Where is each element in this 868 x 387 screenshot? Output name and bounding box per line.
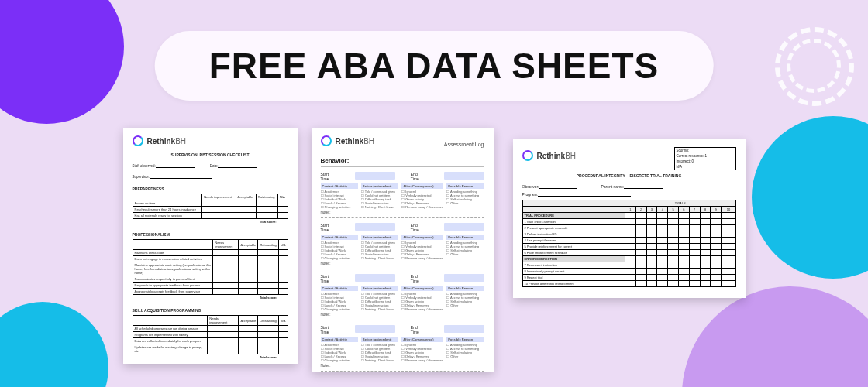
logo-text: RethinkBH — [147, 137, 187, 146]
sheet-assessment-log: RethinkBH Assessment Log Behavior: Start… — [312, 128, 494, 372]
decor-dashed-rings — [775, 27, 845, 97]
logo: RethinkBH — [133, 135, 288, 146]
program-label: Program: — [522, 192, 539, 197]
logo-icon — [522, 150, 533, 161]
sheet-a-sections: PREPAREDNESSNeeds improvementAcceptableO… — [133, 187, 288, 360]
parent-label: Parent name: — [601, 184, 624, 189]
assessment-label: Assessment Log — [444, 142, 484, 147]
sheet-a-heading: SUPERVISION: RBT SESSION CHECKLIST — [133, 152, 288, 157]
scoring-box: Scoring: Correct response: 1 Incorrect: … — [674, 147, 736, 170]
sheet-c-heading: PROCEDURAL INTEGRITY – DISCRETE TRIAL TR… — [522, 173, 736, 178]
sheet-c-body: TRIAL PROCEDURE1 Gain child's attention2… — [522, 213, 735, 287]
logo: RethinkBH — [522, 147, 577, 164]
page-title: FREE ABA DATA SHEETS — [209, 45, 660, 87]
sheet-procedural-integrity: RethinkBH Scoring: Correct response: 1 I… — [513, 139, 746, 298]
logo-icon — [133, 135, 143, 146]
observer-label: Observer: — [522, 184, 539, 189]
sheets-row: RethinkBH SUPERVISION: RBT SESSION CHECK… — [0, 128, 868, 372]
sheet-c-table: TRIALS 12345678910 TRIAL PROCEDURE1 Gain… — [522, 200, 736, 287]
sheet-b-blocks: Start TimeEnd TimeContext / Activity☐ Ac… — [321, 172, 484, 372]
behavior-label: Behavior: — [321, 157, 350, 164]
logo-icon — [321, 135, 332, 146]
logo-text: RethinkBH — [537, 152, 577, 160]
supervisor-label: Supervisor: — [133, 175, 150, 179]
logo: RethinkBH — [321, 135, 375, 146]
logo-text: RethinkBH — [336, 137, 375, 146]
date-label: Date: — [210, 164, 219, 168]
staff-label: Staff observed: — [133, 164, 156, 168]
decor-circle-purple — [0, 0, 124, 124]
trial-nums-row: 12345678910 — [522, 207, 735, 213]
sheet-supervision-checklist: RethinkBH SUPERVISION: RBT SESSION CHECK… — [123, 128, 298, 364]
title-pill: FREE ABA DATA SHEETS — [155, 31, 714, 101]
sheet-a-meta: Staff observed: Date: — [133, 163, 288, 168]
